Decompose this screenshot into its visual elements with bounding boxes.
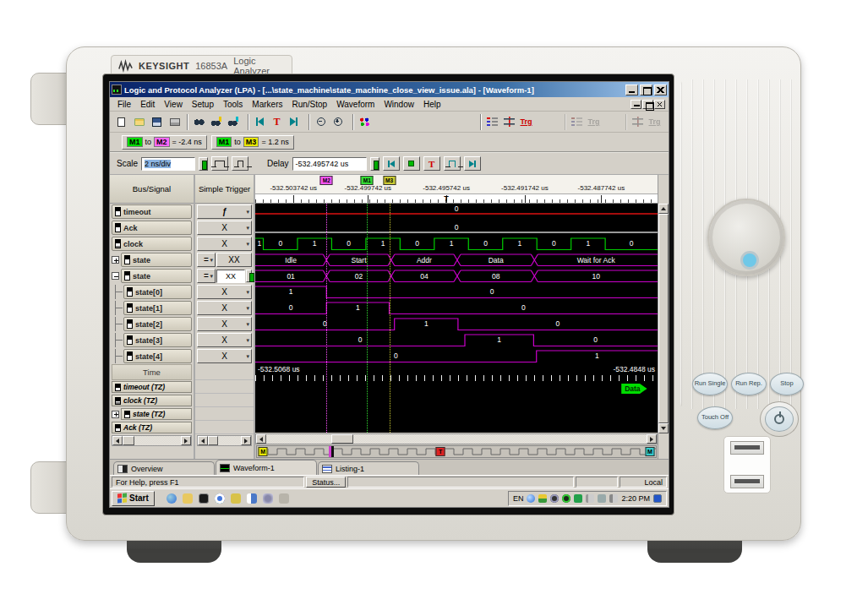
signal-button-state2[interactable]: state[2] (123, 317, 192, 331)
tray-volume-icon[interactable] (609, 494, 618, 503)
tray-status-icon[interactable] (562, 494, 570, 503)
signal-button-state4[interactable]: state[4] (123, 349, 192, 363)
print-button[interactable] (167, 115, 183, 129)
waveform-row-state2[interactable]: 010 (255, 316, 658, 332)
trigger-column-scrollbar[interactable] (197, 435, 252, 446)
menu-file[interactable]: File (113, 99, 135, 110)
trigger-value-input[interactable] (216, 270, 245, 283)
tab-overview[interactable]: Overview (113, 461, 215, 475)
simple-trigger-header[interactable]: Simple Trigger (195, 175, 254, 204)
trigger-cell-ack[interactable]: X▾ (197, 221, 252, 235)
tray-shield-icon[interactable] (538, 494, 547, 503)
jump-end-button[interactable] (464, 156, 481, 171)
start-button[interactable]: Start (112, 491, 155, 506)
listing-view-button[interactable] (484, 115, 500, 129)
bus-button-state-tz[interactable]: state (TZ) (121, 408, 192, 420)
trigger-cell-state4[interactable]: X▾ (197, 349, 252, 363)
signal-button-timeout-tz[interactable]: timeout (TZ) (112, 381, 192, 393)
power-button[interactable] (765, 406, 794, 432)
delay-field[interactable]: -532.495742 us (292, 157, 367, 171)
taskbar-chrome-icon[interactable] (213, 492, 227, 505)
lower-waveform-area[interactable]: Data (255, 381, 658, 433)
status-button[interactable]: Status... (306, 477, 346, 488)
signal-button-state1[interactable]: state[1] (123, 301, 192, 315)
overview-marker-t[interactable]: T (436, 447, 445, 456)
expand-icon[interactable] (112, 256, 119, 264)
waveform-row-state4[interactable]: 01 (255, 348, 658, 364)
child-restore-button[interactable] (642, 100, 653, 109)
tray-search-icon[interactable] (527, 494, 535, 503)
overview-strip[interactable]: MTM (256, 445, 657, 458)
language-indicator[interactable]: EN (513, 494, 524, 503)
taskbar-app2-icon[interactable] (245, 492, 259, 505)
window-titlebar[interactable]: Logic and Protocol Analyzer (LPA) - [...… (110, 82, 669, 97)
trigger-setup-button[interactable]: Trg (518, 115, 534, 129)
menu-waveform[interactable]: Waveform (332, 99, 379, 110)
overview-marker-m[interactable]: M (645, 447, 654, 456)
jump-trigger-button[interactable]: T (423, 156, 440, 171)
tray-security-icon[interactable] (574, 494, 582, 503)
signal-button-ack[interactable]: Ack (112, 221, 192, 235)
compress-horizontal-button[interactable] (232, 156, 248, 171)
save-button[interactable] (149, 115, 165, 129)
trigger-cell-state3[interactable]: X▾ (197, 333, 252, 347)
tab-listing-1[interactable]: Listing-1 (318, 461, 419, 475)
stop-button[interactable]: Stop (770, 373, 804, 395)
child-close-button[interactable] (654, 100, 665, 109)
menu-tools[interactable]: Tools (219, 99, 247, 110)
tab-waveform-1[interactable]: Waveform-1 (216, 460, 317, 475)
waveform-row-state-names[interactable]: IdleStartAddrDataWait for Ack (255, 252, 658, 268)
menu-markers[interactable]: Markers (248, 99, 287, 110)
goto-trigger-button[interactable]: T (269, 115, 285, 129)
waveform-h-scrollbar[interactable] (255, 433, 658, 444)
menu-edit[interactable]: Edit (136, 99, 159, 110)
waveform-view-button[interactable] (501, 115, 517, 129)
scale-field[interactable]: 2 ns/div (141, 157, 195, 171)
jump-begin-button[interactable] (383, 156, 400, 171)
time-row-label[interactable]: Time (112, 364, 192, 380)
colors-button[interactable] (357, 115, 373, 129)
expand-icon[interactable] (112, 411, 119, 418)
trigger-value-state[interactable]: XX (216, 253, 252, 267)
tray-flag-icon[interactable] (586, 494, 594, 503)
signal-button-state3[interactable]: state[3] (123, 333, 192, 347)
waveform-row-timeout[interactable]: 0 (255, 204, 658, 220)
signal-button-ack-tz[interactable]: Ack (TZ) (112, 422, 192, 433)
bus-button-state[interactable]: state (121, 253, 192, 267)
trigger-cell-state2[interactable]: X▾ (197, 317, 252, 331)
menu-setup[interactable]: Setup (188, 99, 218, 110)
marker-measure-m1-m3[interactable]: M1 to M3 = 1.2 ns (211, 135, 294, 150)
maximize-button[interactable] (640, 84, 652, 95)
bus-column-scrollbar[interactable] (112, 435, 192, 446)
menu-help[interactable]: Help (419, 99, 445, 110)
close-button[interactable] (654, 84, 667, 95)
signal-button-clock[interactable]: clock (112, 237, 192, 251)
jump-marker-button[interactable] (403, 156, 420, 171)
touch-off-button[interactable]: Touch Off (697, 406, 733, 429)
signal-button-clock-tz[interactable]: clock (TZ) (112, 395, 192, 406)
goto-begin-button[interactable] (252, 115, 268, 129)
rotary-knob[interactable] (707, 199, 785, 276)
overview-cursor[interactable] (329, 446, 331, 457)
waveform-row-state0[interactable]: 10 (255, 284, 658, 300)
trigger-cell-state0[interactable]: X▾ (197, 285, 252, 299)
trigger-cell-timeout[interactable]: ƒ▾ (197, 204, 252, 219)
knob-button[interactable] (740, 251, 759, 270)
marker-measure-m1-m2[interactable]: M1 to M2 = -2.4 ns (122, 135, 207, 150)
find-previous-button[interactable] (208, 115, 224, 129)
find-next-button[interactable] (225, 115, 241, 129)
data-marker-flag[interactable]: Data (621, 384, 647, 394)
open-file-button[interactable] (131, 115, 147, 129)
zoom-out-button[interactable] (313, 115, 329, 129)
waveform-row-state3[interactable]: 010 (255, 332, 658, 348)
tray-network-icon[interactable] (598, 494, 606, 503)
waveform-row-state-hex[interactable]: 0102040810 (255, 268, 658, 284)
tray-display-icon[interactable] (653, 494, 662, 503)
trigger-op-state2[interactable]: =▾ (197, 269, 216, 283)
time-ruler[interactable]: T (255, 193, 658, 203)
menu-view[interactable]: View (160, 99, 187, 110)
taskbar-app3-icon[interactable] (261, 492, 275, 505)
overview-marker-m[interactable]: M (259, 447, 268, 456)
run-single-button[interactable]: Run Single (692, 373, 728, 395)
menu-window[interactable]: Window (379, 99, 418, 110)
